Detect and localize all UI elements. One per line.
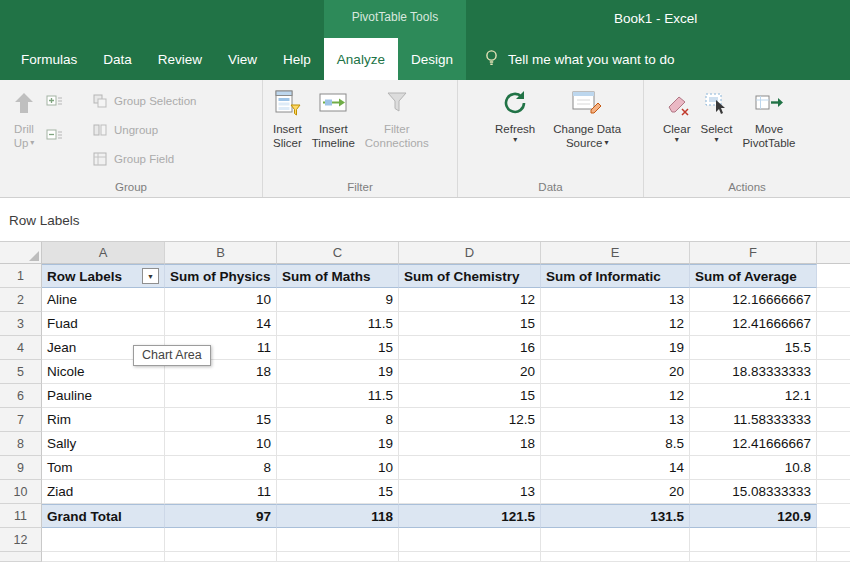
cell-A3[interactable]: Fuad [42,312,165,336]
row-labels-filter-button[interactable]: ▼ [142,268,159,284]
cell-C13[interactable] [277,552,399,562]
cell-F6[interactable]: 12.1 [690,384,817,408]
tab-formulas[interactable]: Formulas [8,38,90,80]
cell-E10[interactable]: 20 [541,480,690,504]
cell-E11[interactable]: 131.5 [541,504,690,528]
cell-C6[interactable]: 11.5 [277,384,399,408]
cell-F8[interactable]: 12.41666667 [690,432,817,456]
cell-B1[interactable]: Sum of Physics [165,264,277,288]
tell-me-box[interactable]: Tell me what you want to do [484,38,675,80]
cell-E5[interactable]: 20 [541,360,690,384]
cell-C9[interactable]: 10 [277,456,399,480]
tab-review[interactable]: Review [145,38,215,80]
insert-slicer-button[interactable]: Insert Slicer [268,84,307,150]
cell-D4[interactable]: 16 [399,336,541,360]
cell-D13[interactable] [399,552,541,562]
cell-A6[interactable]: Pauline [42,384,165,408]
cell-C12[interactable] [277,528,399,552]
cell-D3[interactable]: 15 [399,312,541,336]
name-box-value[interactable]: Row Labels [9,213,80,228]
cell-D8[interactable]: 18 [399,432,541,456]
cell-F13[interactable] [690,552,817,562]
group-field-button[interactable]: Group Field [88,144,200,173]
column-header-F[interactable]: F [690,242,817,264]
cell-B6[interactable] [165,384,277,408]
clear-button[interactable]: Clear ▾ [658,84,695,144]
cell-F3[interactable]: 12.41666667 [690,312,817,336]
cell-D1[interactable]: Sum of Chemistry [399,264,541,288]
cell-B10[interactable]: 11 [165,480,277,504]
row-header-2[interactable]: 2 [0,288,42,312]
cell-E1[interactable]: Sum of Informatic [541,264,690,288]
cell-C11[interactable]: 118 [277,504,399,528]
cell-D6[interactable]: 15 [399,384,541,408]
filter-connections-button[interactable]: Filter Connections [360,84,434,150]
cell-B11[interactable]: 97 [165,504,277,528]
cell-F11[interactable]: 120.9 [690,504,817,528]
row-header-3[interactable]: 3 [0,312,42,336]
cell-C10[interactable]: 15 [277,480,399,504]
cell-C2[interactable]: 9 [277,288,399,312]
refresh-button[interactable]: Refresh ▾ [490,84,540,144]
cell-D7[interactable]: 12.5 [399,408,541,432]
cell-A10[interactable]: Ziad [42,480,165,504]
row-header-4[interactable]: 4 [0,336,42,360]
cell-A2[interactable]: Aline [42,288,165,312]
cell-F5[interactable]: 18.83333333 [690,360,817,384]
tab-design[interactable]: Design [398,38,466,80]
cell-F1[interactable]: Sum of Average [690,264,817,288]
column-header-E[interactable]: E [541,242,690,264]
change-data-source-button[interactable]: Change Data Source▾ [548,84,626,150]
cell-D5[interactable]: 20 [399,360,541,384]
cell-E13[interactable] [541,552,690,562]
cell-E8[interactable]: 8.5 [541,432,690,456]
cell-B13[interactable] [165,552,277,562]
cell-B8[interactable]: 10 [165,432,277,456]
row-header-6[interactable]: 6 [0,384,42,408]
column-header-B[interactable]: B [165,242,277,264]
tab-data[interactable]: Data [90,38,145,80]
cell-E3[interactable]: 12 [541,312,690,336]
tab-view[interactable]: View [215,38,270,80]
drill-up-button[interactable]: Drill Up▾ [6,84,42,150]
select-button[interactable]: Select ▾ [695,84,737,144]
row-header-7[interactable]: 7 [0,408,42,432]
cell-A13[interactable] [42,552,165,562]
cell-B12[interactable] [165,528,277,552]
cell-C7[interactable]: 8 [277,408,399,432]
cell-B7[interactable]: 15 [165,408,277,432]
cell-D12[interactable] [399,528,541,552]
row-header-1[interactable]: 1 [0,264,42,288]
cell-A11[interactable]: Grand Total [42,504,165,528]
cell-F12[interactable] [690,528,817,552]
tab-analyze[interactable]: Analyze [324,38,398,80]
row-header-5[interactable]: 5 [0,360,42,384]
collapse-field-button[interactable] [44,126,64,146]
cell-E2[interactable]: 13 [541,288,690,312]
cell-E12[interactable] [541,528,690,552]
column-header-A[interactable]: A [42,242,165,264]
cell-A8[interactable]: Sally [42,432,165,456]
cell-C4[interactable]: 15 [277,336,399,360]
column-header-C[interactable]: C [277,242,399,264]
cell-F4[interactable]: 15.5 [690,336,817,360]
cell-B3[interactable]: 14 [165,312,277,336]
group-selection-button[interactable]: Group Selection [88,86,200,115]
cell-C5[interactable]: 19 [277,360,399,384]
move-pivottable-button[interactable]: Move PivotTable [737,84,800,150]
cell-D11[interactable]: 121.5 [399,504,541,528]
row-header-9[interactable]: 9 [0,456,42,480]
cell-F2[interactable]: 12.16666667 [690,288,817,312]
cell-A1[interactable]: Row Labels▼ [42,264,165,288]
tab-help[interactable]: Help [270,38,324,80]
row-header-12[interactable]: 12 [0,528,42,552]
cell-F7[interactable]: 11.58333333 [690,408,817,432]
row-header-8[interactable]: 8 [0,432,42,456]
row-header-10[interactable]: 10 [0,480,42,504]
cell-E4[interactable]: 19 [541,336,690,360]
select-all-button[interactable] [0,242,42,264]
cell-E7[interactable]: 13 [541,408,690,432]
cell-C8[interactable]: 19 [277,432,399,456]
cell-A12[interactable] [42,528,165,552]
row-header-11[interactable]: 11 [0,504,42,528]
